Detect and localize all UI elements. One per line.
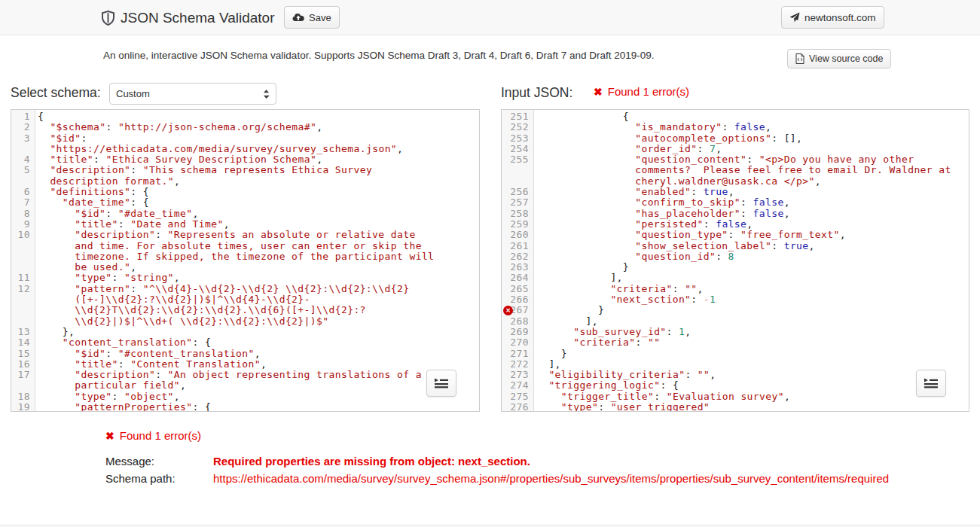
code-token: particular field" [75,380,180,391]
line-number-gutter: 253 [502,133,533,144]
line-number-gutter [11,251,35,262]
code-line: "persisted": false, [533,219,969,230]
header-bar: JSON Schema Validator Save newtonsoft.co… [0,0,980,35]
code-token: : [], [771,133,802,144]
code-token: ], [548,359,560,370]
code-row: \\d{2}|)$|^\\d+( \\d{2}:\\d{2}:\\d{2}|)$… [11,316,479,327]
schema-select[interactable]: Custom [109,83,276,105]
code-token: : [685,370,697,380]
line-number: 4 [24,154,30,165]
line-number-gutter [11,316,35,327]
line-number-gutter: 18 [11,391,35,402]
code-token: "" [648,337,660,348]
line-number-gutter: 12 [11,284,35,294]
code-token: : [112,273,124,283]
code-token: : [93,154,105,165]
code-token: "has_placeholder" [635,209,740,219]
code-row: 251{ [502,111,969,122]
code-token: 7 [710,144,716,154]
code-line: "autocomplete_options": [], [533,133,969,144]
code-token: false [734,122,765,133]
code-token: "eligibility_criteria" [548,370,685,380]
view-source-label: View source code [809,53,883,64]
code-row: ([+-]\\d{2}:?\\d{2}|)$|^\\d{4}-\\d{2}- [11,294,479,305]
line-number: 5 [24,164,30,175]
code-token: , [840,230,846,240]
code-token: : [716,251,728,262]
code-token: "type" [561,402,598,412]
newtonsoft-link-button[interactable]: newtonsoft.com [781,6,884,29]
newtonsoft-link-label: newtonsoft.com [804,12,876,23]
code-line: }, [35,327,479,337]
line-number: 2 [24,121,30,133]
code-token: "title" [50,154,93,165]
line-number-gutter: 268 [502,316,533,327]
code-token: , [316,154,322,165]
code-row: 265"criteria": "", [502,284,969,294]
message-label: Message: [105,455,154,468]
code-line: timezone. If skipped, the timezone of th… [35,251,479,262]
format-json-button[interactable] [916,370,946,397]
line-number: 273 [510,369,529,380]
line-number-gutter [502,176,533,187]
code-line: "order_id": 7, [533,144,969,154]
code-token: : [673,284,685,294]
code-token: : [105,349,118,359]
code-token: "autocomplete_options" [635,133,771,144]
app-description: An online, interactive JSON Schema valid… [103,50,655,61]
input-json-editor[interactable]: 251{252"is_mandatory": false,253"autocom… [501,109,969,412]
code-row: cheryl.waldner@usask.ca </p>", [502,176,969,187]
line-number-gutter [502,165,533,175]
code-row: 14"content_translation": { [11,337,479,348]
code-token: : [746,154,759,165]
code-line: ], [533,359,969,370]
code-token: , [397,144,403,154]
code-line: "confirm_to_skip": false, [533,197,969,208]
line-number: 6 [24,186,30,197]
code-token: , [130,262,136,273]
code-token: "$id" [75,349,105,359]
code-line: "has_placeholder": false, [533,209,969,219]
line-number: 17 [18,369,30,380]
app-brand: JSON Schema Validator [102,0,275,35]
line-number: 266 [510,294,529,305]
view-source-button[interactable]: View source code [787,49,891,69]
code-token: : [697,144,709,154]
code-token: and time. For absolute times, user can e… [75,241,422,251]
code-token: : [691,187,703,197]
line-number: 255 [510,154,529,165]
code-token: , [316,122,322,133]
format-json-button[interactable] [426,370,456,397]
code-token: 1 [710,294,716,305]
code-token: } [598,305,604,315]
code-line: } [533,262,969,273]
save-button[interactable]: Save [284,6,340,29]
line-number: 258 [510,208,529,219]
code-token: : { [130,197,149,208]
line-number-gutter: 19 [11,402,35,412]
code-line: \\d{2}|)$|^\\d+( \\d{2}:\\d{2}:\\d{2}|)$… [35,316,479,327]
line-number-gutter: 9 [11,219,35,230]
error-message: Required properties are missing from obj… [213,455,530,468]
line-number: 251 [510,111,529,122]
schema-select-value: Custom [116,88,263,99]
code-row: 252"is_mandatory": false, [502,122,969,133]
select-schema-label: Select schema: [11,85,101,101]
code-line: } [533,305,969,315]
schema-editor[interactable]: 1{2"$schema": "http://json-schema.org/sc… [11,109,480,412]
code-token: : { [193,337,212,348]
line-number: 252 [510,121,529,133]
code-token: "title" [75,359,118,370]
code-row: 19"patternProperties": { [11,402,479,412]
code-token: \\d{2}|)$|^\\d+( \\d{2}:\\d{2}:\\d{2}|)$… [75,316,328,327]
code-token: , [716,144,722,154]
line-number-gutter: 8 [11,209,35,219]
code-token: , [255,349,261,359]
line-number-gutter: 269 [502,327,533,337]
input-json-label: Input JSON: [501,85,572,101]
code-token: : [740,209,753,219]
line-number-gutter: 255 [502,154,533,165]
line-number: 16 [18,358,30,370]
code-line: "show_selection_label": true, [533,241,969,251]
line-number-gutter: 17 [11,370,35,380]
